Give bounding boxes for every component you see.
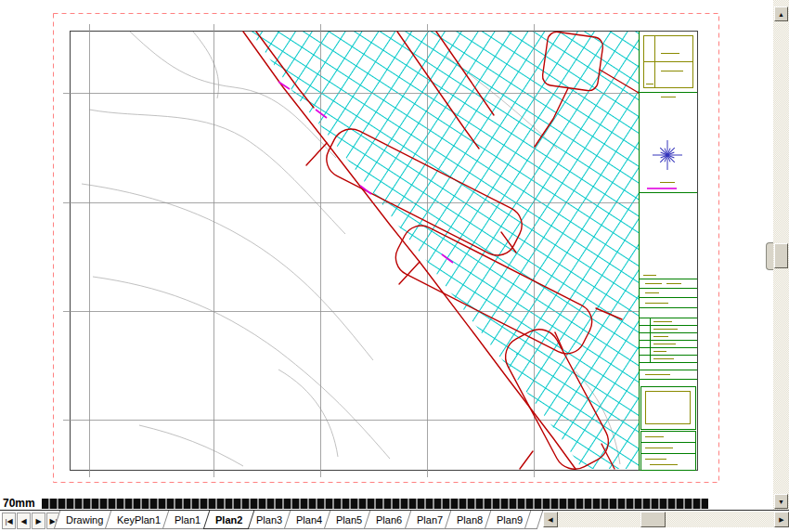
splitter-grip[interactable] [766,242,773,270]
first-sheet-button[interactable]: |◀ [2,513,16,529]
scale-label: 70mm [3,498,35,510]
right-arrow-icon: ▶ [779,516,783,524]
tab-navigation: |◀ ◀ ▶ ▶| [2,513,60,529]
vertical-scrollbar-thumb[interactable] [774,243,788,268]
vertical-scrollbar[interactable]: ▲ ▼ [773,0,789,510]
status-row: 70mm [0,498,773,510]
first-sheet-icon: |◀ [5,517,12,526]
sheet-tab-bar: |◀ ◀ ▶ ▶| Drawing KeyPlan1 Plan1 Plan2 P… [0,510,789,532]
horizontal-scrollbar-thumb[interactable] [640,512,666,527]
drawing-viewport[interactable] [0,0,773,498]
cad-window: ▲ ▼ 70mm |◀ ◀ ▶ ▶| Drawing KeyPlan1 Plan… [0,0,789,532]
lots-hatch [251,32,639,469]
drawing-canvas [0,0,773,498]
scroll-up-button[interactable]: ▲ [774,6,788,21]
scroll-down-button[interactable]: ▼ [774,494,788,509]
tab-plan2[interactable]: Plan2 [202,511,254,529]
scroll-left-button[interactable]: ◀ [543,512,558,527]
horizontal-scrollbar[interactable]: ◀ ▶ [543,512,789,527]
previous-sheet-icon: ◀ [20,517,26,526]
next-sheet-button[interactable]: ▶ [32,513,45,529]
next-sheet-icon: ▶ [35,517,41,526]
sheet-tabs: Drawing KeyPlan1 Plan1 Plan2 Plan3 Plan4… [61,511,540,529]
down-arrow-icon: ▼ [778,499,784,505]
title-block [640,32,698,472]
up-arrow-icon: ▲ [778,11,784,18]
left-arrow-icon: ◀ [548,516,552,524]
north-arrow-icon [653,140,682,170]
ruler-bar [42,499,708,509]
previous-sheet-button[interactable]: ◀ [17,513,31,529]
scroll-right-button[interactable]: ▶ [774,512,789,527]
